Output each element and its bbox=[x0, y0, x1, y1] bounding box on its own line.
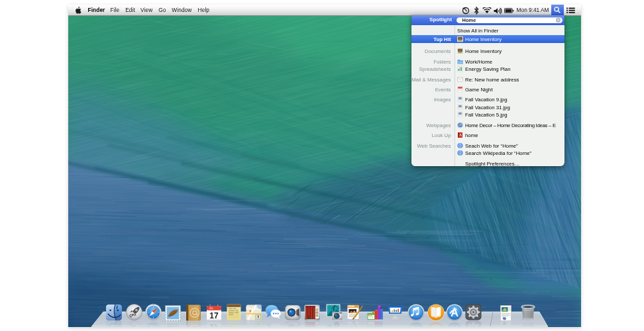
svg-text:17: 17 bbox=[209, 311, 219, 320]
svg-text:PAGES: PAGES bbox=[349, 305, 354, 308]
svg-text:JUL: JUL bbox=[209, 307, 213, 310]
